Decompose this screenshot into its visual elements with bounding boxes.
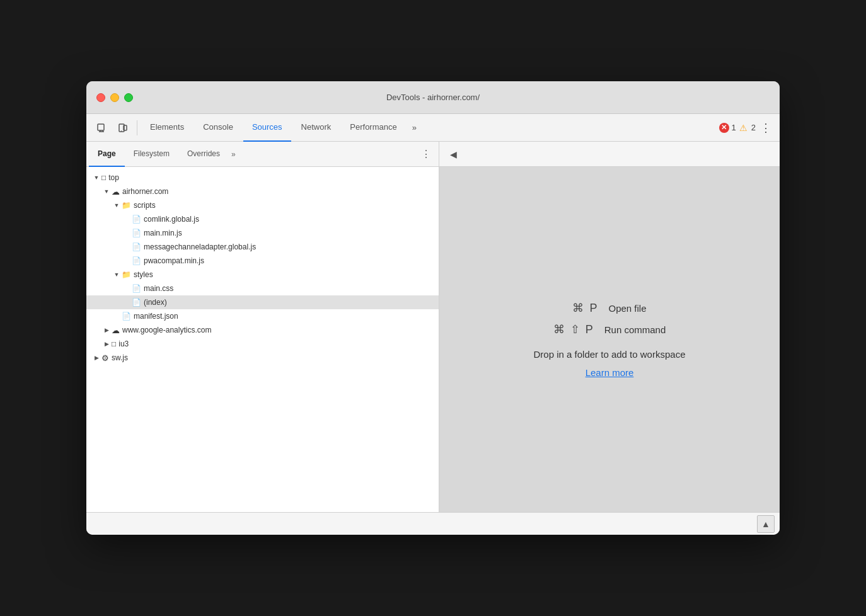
cloud-icon: ☁ — [112, 187, 120, 197]
back-button[interactable]: ◀ — [444, 145, 462, 163]
arrow-scripts: ▼ — [112, 202, 122, 208]
shortcut2-label: Run command — [604, 324, 666, 335]
tab-overrides[interactable]: Overrides — [178, 142, 229, 167]
tree-item-index[interactable]: ▼ 📄 (index) — [86, 295, 439, 309]
tab-elements[interactable]: Elements — [141, 114, 193, 142]
tab-performance[interactable]: Performance — [341, 114, 405, 142]
titlebar: DevTools - airhorner.com/ — [86, 81, 780, 114]
arrow-styles: ▼ — [112, 271, 122, 278]
right-main: ⌘ P Open file ⌘ ⇧ P Run command Drop in … — [439, 167, 780, 512]
bottom-right: ▲ — [757, 515, 775, 533]
css-file-icon: 📄 — [132, 284, 141, 293]
tree-item-comlink[interactable]: ▼ 📄 comlink.global.js — [86, 212, 439, 226]
svg-rect-0 — [98, 124, 104, 130]
tree-item-styles[interactable]: ▼ 📁 styles — [86, 268, 439, 282]
toolbar-menu-button[interactable]: ⋮ — [757, 119, 775, 137]
warning-icon: ⚠ — [739, 123, 749, 133]
inspect-element-button[interactable] — [91, 118, 112, 138]
folder-iu3-icon: □ — [112, 339, 116, 348]
arrow-top: ▼ — [91, 174, 101, 181]
left-panel: Page Filesystem Overrides » ⋮ — [86, 142, 439, 512]
svg-rect-5 — [124, 125, 127, 130]
sources-tabs: Page Filesystem Overrides » ⋮ — [86, 142, 439, 167]
tree-item-messagechannel[interactable]: ▼ 📄 messagechanneladapter.global.js — [86, 240, 439, 254]
js-file-icon-2: 📄 — [132, 229, 141, 237]
traffic-lights — [96, 93, 133, 102]
json-file-icon: 📄 — [122, 312, 131, 321]
learn-more-link[interactable]: Learn more — [586, 367, 634, 378]
tab-page[interactable]: Page — [89, 142, 125, 167]
tab-sources[interactable]: Sources — [243, 114, 291, 142]
tab-filesystem[interactable]: Filesystem — [125, 142, 178, 167]
devtools-window: DevTools - airhorner.com/ Elements Conso… — [86, 81, 780, 535]
sources-tabs-menu[interactable]: ⋮ — [416, 148, 436, 160]
toolbar-divider — [137, 120, 137, 135]
tree-item-scripts[interactable]: ▼ 📁 scripts — [86, 198, 439, 212]
device-toggle-button[interactable] — [113, 118, 133, 138]
tree-item-main-min[interactable]: ▼ 📄 main.min.js — [86, 226, 439, 240]
tree-item-iu3[interactable]: ▶ □ iu3 — [86, 337, 439, 351]
tree-item-airhorner[interactable]: ▼ ☁ airhorner.com — [86, 185, 439, 198]
folder-open-icon: 📁 — [122, 201, 131, 210]
upload-button[interactable]: ▲ — [757, 515, 775, 533]
main-content: Page Filesystem Overrides » ⋮ — [86, 142, 780, 512]
sources-tabs-more[interactable]: » — [229, 142, 238, 167]
tab-network[interactable]: Network — [292, 114, 340, 142]
arrow-iu3: ▶ — [101, 341, 112, 347]
js-file-icon: 📄 — [132, 215, 141, 224]
html-file-icon: 📄 — [132, 298, 141, 307]
toolbar-tabs-more[interactable]: » — [407, 114, 422, 142]
shortcut2-keys: ⌘ ⇧ P — [553, 322, 594, 336]
error-badge: ✕ 1 ⚠ 2 — [719, 123, 756, 133]
arrow-sw: ▶ — [91, 355, 101, 361]
main-toolbar: Elements Console Sources Network Perform… — [86, 114, 780, 142]
drop-folder-text: Drop in a folder to add to workspace — [534, 349, 686, 360]
tree-item-sw[interactable]: ▶ ⚙ sw.js — [86, 351, 439, 365]
folder-styles-icon: 📁 — [122, 270, 131, 279]
shortcut-open-file: ⌘ P Open file — [572, 301, 646, 315]
right-toolbar: ◀ — [439, 142, 780, 167]
tree-item-google-analytics[interactable]: ▶ ☁ www.google-analytics.com — [86, 323, 439, 337]
js-file-icon-4: 📄 — [132, 256, 141, 265]
maximize-button[interactable] — [124, 93, 133, 102]
arrow-ga: ▶ — [101, 327, 112, 333]
close-button[interactable] — [96, 93, 105, 102]
error-icon: ✕ — [719, 123, 729, 133]
window-title: DevTools - airhorner.com/ — [386, 93, 480, 102]
right-panel: ◀ ⌘ P Open file ⌘ ⇧ P Run command Drop i… — [439, 142, 780, 512]
cloud-ga-icon: ☁ — [112, 326, 120, 335]
minimize-button[interactable] — [110, 93, 119, 102]
shortcut1-keys: ⌘ P — [572, 301, 598, 315]
tree-item-manifest[interactable]: ▼ 📄 manifest.json — [86, 309, 439, 323]
shortcut1-label: Open file — [608, 303, 646, 314]
tree-item-top[interactable]: ▼ □ top — [86, 171, 439, 185]
gear-file-icon: ⚙ — [101, 353, 109, 363]
tree-item-pwacompat[interactable]: ▼ 📄 pwacompat.min.js — [86, 254, 439, 268]
bottom-bar: ▲ — [86, 512, 780, 535]
file-tree: ▼ □ top ▼ ☁ airhorner.com ▼ 📁 scripts — [86, 167, 439, 512]
arrow-airhorner: ▼ — [101, 188, 112, 195]
tab-console[interactable]: Console — [194, 114, 242, 142]
tree-item-main-css[interactable]: ▼ 📄 main.css — [86, 282, 439, 295]
shortcut-run-command: ⌘ ⇧ P Run command — [553, 322, 666, 336]
folder-icon: □ — [101, 173, 106, 182]
js-file-icon-3: 📄 — [132, 242, 141, 251]
